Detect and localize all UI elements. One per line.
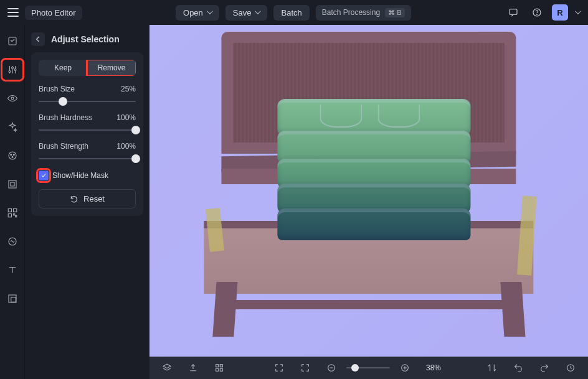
batch-button[interactable]: Batch <box>273 5 309 21</box>
undo-icon[interactable] <box>510 359 527 377</box>
text-tool[interactable] <box>4 261 21 279</box>
svg-point-10 <box>13 154 14 156</box>
brush-strength-control: Brush Strength100% <box>39 142 136 163</box>
layers-icon[interactable] <box>158 359 176 377</box>
batch-label: Batch <box>281 8 301 17</box>
save-label: Save <box>233 8 252 17</box>
qr-tool[interactable] <box>4 204 21 222</box>
top-bar: Photo Editor Open Save Batch Batch Proce… <box>0 0 588 25</box>
brush-strength-label: Brush Strength <box>39 142 88 151</box>
svg-point-8 <box>9 152 16 159</box>
svg-rect-20 <box>9 295 16 302</box>
brush-strength-slider[interactable] <box>39 154 136 163</box>
svg-point-11 <box>12 156 13 157</box>
svg-rect-15 <box>13 208 16 212</box>
back-button[interactable] <box>31 32 45 46</box>
show-mask-label: Show/Hide Mask <box>52 171 108 180</box>
mask-tool[interactable] <box>4 290 21 307</box>
zoom-slider[interactable] <box>346 363 390 372</box>
brush-hardness-label: Brush Hardness <box>39 113 92 122</box>
brush-strength-value: 100% <box>116 142 136 151</box>
adjust-panel: Keep Remove Brush Size25% Brush Hardness… <box>31 52 143 216</box>
brush-hardness-slider[interactable] <box>39 126 136 134</box>
svg-rect-18 <box>15 216 16 217</box>
chevron-down-icon <box>575 10 580 15</box>
menu-icon[interactable] <box>7 8 19 17</box>
eye-tool[interactable] <box>4 90 21 107</box>
history-icon[interactable] <box>562 359 579 377</box>
svg-rect-25 <box>220 368 222 371</box>
ai-tool[interactable] <box>4 118 21 136</box>
svg-point-9 <box>10 154 11 156</box>
svg-rect-22 <box>216 365 219 367</box>
grid-icon[interactable] <box>211 359 228 377</box>
help-icon[interactable] <box>528 4 546 21</box>
show-mask-checkbox[interactable] <box>39 171 49 180</box>
batch-pill-label: Batch Processing <box>322 8 380 17</box>
svg-point-2 <box>537 14 538 15</box>
brush-size-slider[interactable] <box>39 97 136 106</box>
denoise-tool[interactable] <box>4 233 21 250</box>
zoom-out-button[interactable] <box>323 359 340 377</box>
chevron-down-icon <box>255 10 260 15</box>
svg-point-7 <box>11 97 14 100</box>
brush-size-label: Brush Size <box>39 85 75 93</box>
svg-rect-0 <box>510 9 517 15</box>
tool-sidebar <box>0 25 25 379</box>
fit-icon[interactable] <box>296 359 314 377</box>
avatar-menu-chevron[interactable] <box>574 10 581 15</box>
batch-pill-kbd: ⌘ B <box>385 8 404 17</box>
brush-hardness-value: 100% <box>116 113 136 122</box>
svg-rect-12 <box>9 180 16 188</box>
svg-rect-14 <box>8 208 11 212</box>
brush-tool[interactable] <box>4 147 21 164</box>
photo-jeans-stack <box>278 99 471 242</box>
svg-point-4 <box>9 71 11 73</box>
batch-processing-pill[interactable]: Batch Processing ⌘ B <box>316 5 411 21</box>
open-button[interactable]: Open <box>176 5 219 21</box>
fullscreen-icon[interactable] <box>270 359 288 377</box>
reset-label: Reset <box>83 194 105 204</box>
avatar[interactable]: R <box>552 4 568 21</box>
canvas-area: 38% <box>149 25 588 379</box>
zoom-in-button[interactable] <box>396 359 414 377</box>
svg-point-5 <box>11 67 13 69</box>
brush-hardness-control: Brush Hardness100% <box>39 113 136 134</box>
save-button[interactable]: Save <box>225 5 268 21</box>
svg-rect-23 <box>220 365 222 367</box>
brush-size-value: 25% <box>121 85 136 93</box>
bottom-toolbar: 38% <box>149 357 588 379</box>
remove-button[interactable]: Remove <box>87 60 136 76</box>
svg-rect-16 <box>8 214 11 217</box>
redo-icon[interactable] <box>536 359 553 377</box>
keep-remove-toggle: Keep Remove <box>39 60 136 76</box>
photo-chair <box>193 32 544 337</box>
zoom-control: 38% <box>323 359 441 377</box>
export-icon[interactable] <box>184 359 202 377</box>
frame-tool[interactable] <box>4 175 21 193</box>
adjust-tool[interactable] <box>4 61 21 78</box>
comment-icon[interactable] <box>505 4 522 21</box>
svg-rect-17 <box>13 214 14 215</box>
canvas-viewport[interactable] <box>149 25 588 357</box>
panel-title: Adjust Selection <box>51 34 120 44</box>
brush-size-control: Brush Size25% <box>39 85 136 106</box>
app-title: Photo Editor <box>25 6 82 20</box>
adjust-panel-wrap: Adjust Selection Keep Remove Brush Size2… <box>25 25 149 379</box>
svg-rect-21 <box>11 297 16 302</box>
svg-rect-13 <box>11 182 14 186</box>
crop-tool[interactable] <box>4 32 21 50</box>
open-label: Open <box>183 8 203 17</box>
compare-icon[interactable] <box>483 359 501 377</box>
reset-button[interactable]: Reset <box>39 189 136 208</box>
chevron-down-icon <box>207 10 212 15</box>
svg-rect-24 <box>216 368 219 371</box>
svg-point-6 <box>14 69 16 71</box>
keep-button[interactable]: Keep <box>39 60 87 76</box>
zoom-value: 38% <box>420 363 441 372</box>
